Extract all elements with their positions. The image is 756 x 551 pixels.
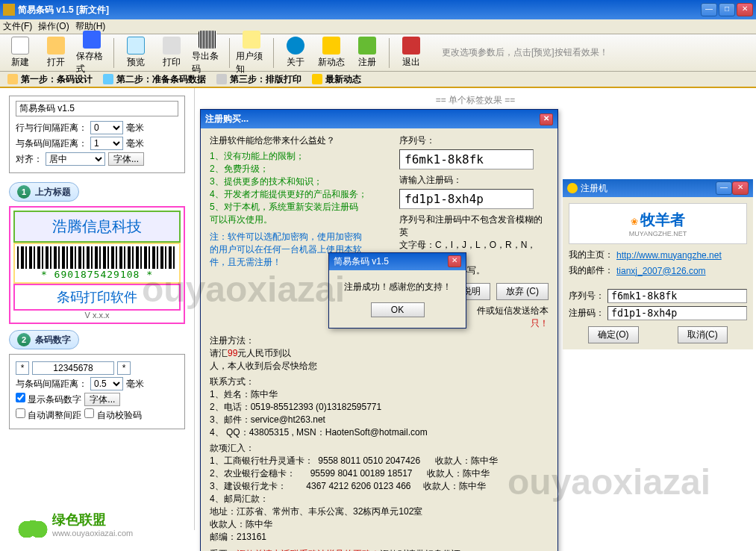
menubar: 文件(F) 操作(O) 帮助(H) — [0, 19, 756, 34]
msgbox-ok-button[interactable]: OK — [371, 302, 425, 317]
tab-step1[interactable]: 第一步：条码设计 — [3, 72, 97, 87]
leaf-icon — [18, 511, 48, 538]
barcgap-input[interactable]: 1 — [90, 137, 123, 150]
keygen-home-link[interactable]: http://www.muyangzhe.net — [616, 250, 722, 261]
regcode-field[interactable] — [399, 189, 534, 209]
register-dialog-title[interactable]: 注册购买... ✕ — [201, 110, 557, 128]
keygen-icon — [567, 183, 578, 193]
menu-file[interactable]: 文件(F) — [3, 20, 32, 33]
register-close-button[interactable]: ✕ — [540, 113, 553, 125]
kg-min[interactable]: — — [716, 181, 732, 195]
app-name-field: 简易条码 v1.5 — [16, 101, 178, 116]
show-digits-check[interactable]: 显示条码数字 — [16, 393, 81, 406]
digits-input[interactable] — [32, 361, 114, 375]
kg-code-input[interactable] — [607, 306, 747, 320]
maximize-button[interactable]: □ — [719, 3, 735, 16]
window-titlebar: 简易条码 v1.5 [新文件] — □ ✕ — [0, 0, 756, 19]
suffix-input[interactable] — [117, 361, 131, 375]
footer-logo: 绿色联盟 www.ouyaoxiazai.com — [18, 511, 133, 538]
success-messagebox: 简易条码 v1.5 ✕ 注册成功！感谢您的支持！ OK — [328, 252, 466, 329]
toolbar: 新建 打开 保存格式 预览 打印 导出条码 用户须知 关于 新动态 注册 退出 … — [0, 34, 756, 72]
app-icon — [3, 4, 15, 16]
tb-news[interactable]: 新动态 — [314, 35, 349, 70]
tb-about[interactable]: 关于 — [278, 35, 313, 70]
tb-print[interactable]: 打印 — [154, 35, 189, 70]
version-text: V x.x.x — [13, 311, 181, 320]
autochk-check[interactable]: 自动校验码 — [84, 408, 141, 422]
barcode-preview: * 6901875429108 * — [13, 243, 181, 284]
font-button-1[interactable]: 字体... — [108, 152, 144, 166]
tab-step3[interactable]: 第三步：排版打印 — [212, 72, 306, 87]
giveup-button[interactable]: 放弃 (C) — [496, 283, 549, 300]
tab-news[interactable]: 最新动态 — [307, 72, 366, 87]
tb-new[interactable]: 新建 — [3, 35, 37, 70]
step-tabs: 第一步：条码设计 第二步：准备条码数据 第三步：排版打印 最新动态 — [0, 72, 756, 88]
kg-ok-button[interactable]: 确定(O) — [588, 326, 638, 343]
tb-savefmt[interactable]: 保存格式 — [75, 29, 109, 77]
prefix-input[interactable] — [16, 361, 29, 375]
window-title: 简易条码 v1.5 [新文件] — [18, 4, 701, 16]
kg-cancel-button[interactable]: 取消(C) — [678, 326, 728, 343]
keygen-logo: ❀ 牧羊者 MUYANGZHE.NET — [569, 203, 747, 244]
barcode-number-text: * 6901875429108 * — [17, 269, 177, 280]
toolbar-hint: 更改选项参数后，点击[预览]按钮看效果！ — [442, 46, 608, 59]
company-text: 浩腾信息科技 — [13, 211, 181, 243]
effect-title: == 单个标签效果 == — [210, 94, 741, 107]
barcgap-label: 与条码间隔距离： — [16, 137, 87, 150]
tb-preview[interactable]: 预览 — [119, 35, 153, 70]
keygen-titlebar[interactable]: 注册机 — ✕ — [563, 179, 753, 197]
autogap-check[interactable]: 自动调整间距 — [16, 408, 81, 422]
align-label: 对齐： — [16, 153, 43, 166]
label-preview: 浩腾信息科技 * 6901875429108 * 条码打印软件 V x.x.x — [9, 206, 185, 324]
product-name: 条码打印软件 — [13, 284, 181, 311]
register-dialog: 注册购买... ✕ 注册软件能给您带来什么益处？ 1、没有功能上的限制； 2、免… — [200, 109, 558, 551]
left-panel: 简易条码 v1.5 行与行间隔距离： 0 毫米 与条码间隔距离： 1 毫米 对齐… — [0, 88, 194, 530]
keygen-window: 注册机 — ✕ ❀ 牧羊者 MUYANGZHE.NET 我的主页：http://… — [563, 179, 753, 349]
bubble-digits: 2条码数字 — [9, 330, 79, 349]
kg-close[interactable]: ✕ — [732, 181, 749, 195]
serial-field[interactable] — [399, 149, 534, 169]
kg-serial-input[interactable] — [607, 289, 747, 303]
tab-step2[interactable]: 第二步：准备条码数据 — [99, 72, 210, 87]
minimize-button[interactable]: — — [701, 3, 717, 16]
bubble-title: 1上方标题 — [9, 182, 79, 202]
font-button-2[interactable]: 字体... — [84, 393, 120, 406]
msgbox-close[interactable]: ✕ — [448, 255, 461, 267]
msgbox-text: 注册成功！感谢您的支持！ — [337, 281, 458, 293]
msgbox-title[interactable]: 简易条码 v1.5 ✕ — [329, 253, 466, 270]
rowgap-input[interactable]: 0 — [90, 121, 123, 134]
menu-operate[interactable]: 操作(O) — [38, 20, 69, 33]
close-button[interactable]: ✕ — [737, 3, 753, 16]
keygen-mail-link[interactable]: tianxj_2007@126.com — [616, 266, 706, 276]
barcode-lines — [17, 246, 177, 269]
align-select[interactable]: 居中 — [46, 152, 105, 166]
tb-notice[interactable]: 用户须知 — [234, 29, 269, 77]
tb-exit[interactable]: 退出 — [394, 35, 428, 70]
tb-register[interactable]: 注册 — [350, 35, 384, 70]
barcgap2-input[interactable]: 0.5 — [90, 377, 123, 390]
rowgap-label: 行与行间隔距离： — [16, 122, 87, 134]
tb-export[interactable]: 导出条码 — [190, 29, 225, 77]
tb-open[interactable]: 打开 — [39, 35, 73, 70]
